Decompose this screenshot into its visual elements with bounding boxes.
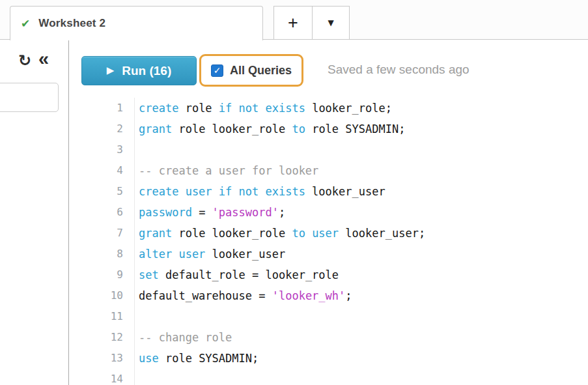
code-line: 9set default_role = looker_role <box>69 264 588 285</box>
sql-editor[interactable]: 1create role if not exists looker_role;2… <box>69 98 588 385</box>
line-number: 8 <box>69 244 134 264</box>
code-line: 10default_warehouse = 'looker_wh'; <box>69 285 588 306</box>
line-number: 13 <box>69 348 134 369</box>
line-number: 7 <box>69 223 134 244</box>
line-number: 1 <box>69 98 134 119</box>
line-number: 10 <box>69 285 134 306</box>
code-line: 8alter user looker_user <box>69 244 588 264</box>
code-text: -- create a user for looker <box>134 160 318 181</box>
code-text: create role if not exists looker_role; <box>134 98 392 119</box>
code-text <box>134 369 139 385</box>
new-worksheet-button[interactable]: + <box>273 6 312 39</box>
all-queries-label: All Queries <box>230 64 292 78</box>
code-line: 1create role if not exists looker_role; <box>69 98 588 119</box>
code-line: 2grant role looker_role to role SYSADMIN… <box>69 119 588 139</box>
code-text: set default_role = looker_role <box>134 264 339 285</box>
editor-lines: 1create role if not exists looker_role;2… <box>69 98 588 385</box>
plus-icon: + <box>288 13 298 33</box>
tab-worksheet-2-label: Worksheet 2 <box>38 17 105 30</box>
line-number: 12 <box>69 327 134 348</box>
all-queries-toggle[interactable]: ✓ All Queries <box>199 54 303 87</box>
worksheet-tab-bar: ✔ Worksheet 2 + ▼ <box>0 0 588 40</box>
code-text: alter user looker_user <box>134 244 285 264</box>
code-line: 11 <box>69 306 588 327</box>
code-text: use role SYSADMIN; <box>134 348 259 369</box>
chevron-down-icon: ▼ <box>328 18 333 27</box>
code-text <box>134 139 139 160</box>
worksheet-menu-button[interactable]: ▼ <box>312 6 350 39</box>
code-text <box>134 306 139 327</box>
code-line: 14 <box>69 369 588 385</box>
code-text: password = 'password'; <box>134 202 285 223</box>
checkmark-icon: ✓ <box>214 66 221 75</box>
tab-worksheet-2[interactable]: ✔ Worksheet 2 <box>10 6 263 40</box>
sidebar-panel-fragment <box>0 83 59 112</box>
run-button[interactable]: ▶ Run (16) <box>81 56 197 85</box>
run-button-label: Run (16) <box>122 64 171 78</box>
line-number: 2 <box>69 119 134 139</box>
line-number: 14 <box>69 369 134 385</box>
saved-check-icon: ✔ <box>21 17 30 30</box>
line-number: 9 <box>69 264 134 285</box>
code-text: default_warehouse = 'looker_wh'; <box>134 285 352 306</box>
code-line: 7grant role looker_role to user looker_u… <box>69 223 588 244</box>
snowflake-worksheet-app: ✔ Worksheet 2 + ▼ ↻ « ▶ Run (16) ✓ All Q… <box>0 0 588 385</box>
code-line: 5create user if not exists looker_user <box>69 181 588 202</box>
code-line: 4-- create a user for looker <box>69 160 588 181</box>
code-line: 13use role SYSADMIN; <box>69 348 588 369</box>
code-text: grant role looker_role to role SYSADMIN; <box>134 119 405 139</box>
all-queries-checkbox[interactable]: ✓ <box>211 64 223 77</box>
line-number: 11 <box>69 306 134 327</box>
line-number: 3 <box>69 139 134 160</box>
code-text: create user if not exists looker_user <box>134 181 385 202</box>
code-line: 6password = 'password'; <box>69 202 588 223</box>
collapse-sidebar-icon[interactable]: « <box>38 48 49 70</box>
code-line: 3 <box>69 139 588 160</box>
save-status: Saved a few seconds ago <box>328 63 469 77</box>
play-icon: ▶ <box>107 66 115 76</box>
code-line: 12-- change role <box>69 327 588 348</box>
code-text: -- change role <box>134 327 232 348</box>
line-number: 4 <box>69 160 134 181</box>
code-text: grant role looker_role to user looker_us… <box>134 223 425 244</box>
refresh-icon[interactable]: ↻ <box>18 51 31 70</box>
line-number: 5 <box>69 181 134 202</box>
line-number: 6 <box>69 202 134 223</box>
